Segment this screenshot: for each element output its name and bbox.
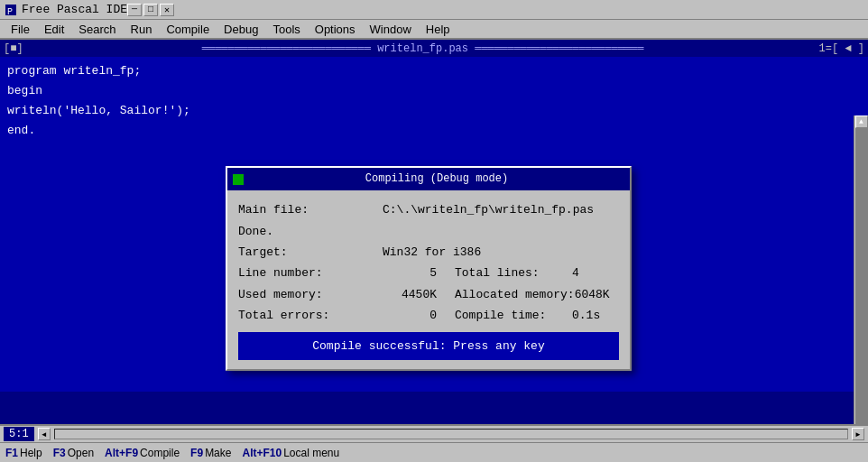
dialog-title: Compiling (Debug mode) bbox=[249, 171, 624, 188]
dialog-compiletime-value: 0.1s bbox=[572, 305, 600, 326]
hotkey-f3-key: F3 bbox=[53, 447, 66, 459]
tab-filename: writeln_fp.pas bbox=[377, 42, 468, 55]
maximize-button[interactable]: □ bbox=[143, 4, 158, 16]
hotkey-altf10-key: Alt+F10 bbox=[242, 447, 282, 459]
minimize-button[interactable]: ─ bbox=[127, 4, 142, 16]
hotkey-altf10-label: Local menu bbox=[283, 447, 339, 459]
dialog-done-row: Done. bbox=[238, 221, 619, 242]
dialog-titlebar: Compiling (Debug mode) bbox=[227, 168, 630, 190]
hotkey-f3[interactable]: F3 Open bbox=[53, 447, 94, 459]
horizontal-scroll-track[interactable] bbox=[54, 429, 848, 439]
compile-dialog: Compiling (Debug mode) Main file: C:\.\w… bbox=[226, 166, 632, 371]
hotkey-f9-key: F9 bbox=[190, 447, 203, 459]
dialog-compiletime-label: Compile time: bbox=[455, 305, 572, 326]
scroll-up-button[interactable]: ▲ bbox=[855, 116, 868, 128]
tab-left-indicator: [■] bbox=[4, 42, 23, 55]
dialog-done-label: Done. bbox=[238, 225, 273, 238]
dialog-target-value: Win32 for i386 bbox=[383, 242, 481, 263]
app-icon: P bbox=[4, 3, 18, 17]
window-title: Free Pascal IDE bbox=[22, 3, 127, 16]
dialog-totallines-label: Total lines: bbox=[455, 263, 572, 283]
code-line-4: end. bbox=[7, 121, 861, 141]
hotkey-f9[interactable]: F9 Make bbox=[190, 447, 231, 459]
menubar: File Edit Search Run Compile Debug Tools… bbox=[0, 20, 868, 40]
menu-debug[interactable]: Debug bbox=[217, 21, 265, 38]
tab-bar: [■] ══════════════════════════ writeln_f… bbox=[0, 40, 868, 58]
hotkey-altf10[interactable]: Alt+F10 Local menu bbox=[242, 447, 339, 459]
hotkey-f3-label: Open bbox=[68, 447, 94, 459]
hotkey-f1[interactable]: F1 Help bbox=[5, 447, 42, 459]
menu-run[interactable]: Run bbox=[124, 21, 160, 38]
hotkey-altf9[interactable]: Alt+F9 Compile bbox=[105, 447, 180, 459]
code-line-3: writeln('Hello, Sailor!'); bbox=[7, 101, 861, 121]
dialog-main-file-row: Main file: C:\.\writeln_fp\writeln_fp.pa… bbox=[238, 199, 619, 220]
hotkey-bar: F1 Help F3 Open Alt+F9 Compile F9 Make A… bbox=[0, 442, 868, 462]
dialog-totallines-value: 4 bbox=[572, 263, 579, 283]
statusbar: 5:1 ◄ ► bbox=[0, 424, 868, 442]
dialog-main-file-label: Main file: bbox=[238, 199, 383, 220]
scroll-right-button[interactable]: ► bbox=[852, 428, 864, 440]
menu-window[interactable]: Window bbox=[363, 21, 419, 38]
compile-success-message: Compile successful: Press any key bbox=[312, 339, 544, 353]
dialog-target-label: Target: bbox=[238, 242, 383, 263]
compile-success-bar[interactable]: Compile successful: Press any key bbox=[238, 332, 619, 360]
window-controls: ─ □ ✕ bbox=[127, 4, 174, 16]
dialog-body: Main file: C:\.\writeln_fp\writeln_fp.pa… bbox=[227, 190, 630, 369]
code-editor[interactable]: program writeln_fp; begin writeln('Hello… bbox=[0, 58, 868, 392]
code-line-2: begin bbox=[7, 81, 861, 101]
scroll-left-button[interactable]: ◄ bbox=[38, 428, 51, 440]
menu-edit[interactable]: Edit bbox=[37, 21, 71, 38]
menu-compile[interactable]: Compile bbox=[159, 21, 217, 38]
svg-text:P: P bbox=[7, 7, 13, 17]
dialog-allocmem-value: 6048K bbox=[575, 284, 610, 305]
dialog-errors-row: Total errors: 0 Compile time: 0.1s bbox=[238, 305, 619, 326]
menu-file[interactable]: File bbox=[4, 21, 37, 38]
titlebar: P Free Pascal IDE ─ □ ✕ bbox=[0, 0, 868, 20]
dialog-target-row: Target: Win32 for i386 bbox=[238, 242, 619, 263]
dialog-lineno-value: 5 bbox=[383, 263, 455, 283]
vertical-scrollbar[interactable]: ▲ ▼ bbox=[854, 116, 868, 449]
menu-options[interactable]: Options bbox=[308, 21, 363, 38]
hotkey-altf9-key: Alt+F9 bbox=[105, 447, 138, 459]
dialog-lineno-row: Line number: 5 Total lines: 4 bbox=[238, 263, 619, 283]
dialog-memory-row: Used memory: 4450K Allocated memory: 604… bbox=[238, 284, 619, 305]
hotkey-f1-key: F1 bbox=[5, 447, 18, 459]
dialog-lineno-label: Line number: bbox=[238, 263, 383, 283]
close-button[interactable]: ✕ bbox=[160, 4, 174, 16]
dialog-totalerr-label: Total errors: bbox=[238, 305, 383, 326]
dialog-icon bbox=[233, 174, 244, 185]
hotkey-f9-label: Make bbox=[205, 447, 231, 459]
dialog-usedmem-value: 4450K bbox=[383, 284, 455, 305]
menu-tools[interactable]: Tools bbox=[265, 21, 307, 38]
scroll-track-vertical[interactable] bbox=[855, 128, 868, 437]
dialog-totalerr-value: 0 bbox=[383, 305, 455, 326]
hotkey-altf9-label: Compile bbox=[140, 447, 180, 459]
hotkey-f1-label: Help bbox=[20, 447, 42, 459]
menu-help[interactable]: Help bbox=[419, 21, 457, 38]
code-line-1: program writeln_fp; bbox=[7, 61, 861, 81]
menu-search[interactable]: Search bbox=[71, 21, 123, 38]
dialog-allocmem-label: Allocated memory: bbox=[455, 284, 575, 305]
cursor-position: 5:1 bbox=[4, 427, 34, 441]
tab-right-indicator: 1=[ ◄ ] bbox=[819, 42, 864, 55]
dialog-main-file-value: C:\.\writeln_fp\writeln_fp.pas bbox=[383, 199, 594, 220]
dialog-usedmem-label: Used memory: bbox=[238, 284, 383, 305]
